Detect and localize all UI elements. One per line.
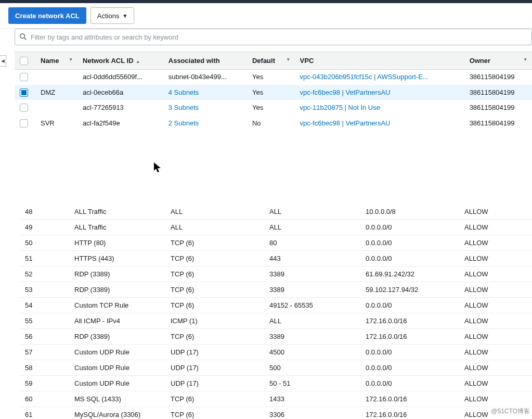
mouse-cursor-icon xyxy=(153,161,163,177)
search-icon xyxy=(19,33,27,42)
row-checkbox[interactable] xyxy=(20,119,28,128)
cell-rule-number: 56 xyxy=(20,328,69,344)
cell-protocol: TCP (6) xyxy=(165,250,264,266)
vpc-link[interactable]: vpc-fc6bec98 | VetPartnersAU xyxy=(300,119,391,127)
rule-row: 48ALL TrafficALLALL10.0.0.0/8ALLOW xyxy=(20,204,532,220)
cell-rule-type: ALL Traffic xyxy=(69,219,165,235)
cell-rule-number: 50 xyxy=(20,235,69,250)
cell-acl-id: acl-0eceb66a xyxy=(77,85,163,100)
cell-protocol: UDP (17) xyxy=(165,360,264,375)
cell-rule-number: 48 xyxy=(20,204,69,220)
table-row[interactable]: acl-772659133 SubnetsYesvpc-11b20875 | N… xyxy=(15,100,532,116)
cell-rule-number: 52 xyxy=(20,266,69,282)
cell-rule-type: MySQL/Aurora (3306) xyxy=(69,407,165,419)
cell-protocol: UDP (17) xyxy=(165,344,264,360)
cell-name: SVR xyxy=(35,116,77,131)
cell-protocol: TCP (6) xyxy=(165,282,264,297)
associated-subnets-link[interactable]: 3 Subnets xyxy=(168,104,199,111)
cell-acl-id: acl-fa2f549e xyxy=(77,116,163,131)
cell-rule-type: Custom UDP Rule xyxy=(69,360,165,375)
vpc-link[interactable]: vpc-fc6bec98 | VetPartnersAU xyxy=(300,88,391,96)
cell-allow-deny: ALLOW xyxy=(459,328,532,344)
cell-allow-deny: ALLOW xyxy=(459,297,532,313)
filter-searchbar[interactable] xyxy=(15,29,532,45)
cell-allow-deny: ALLOW xyxy=(459,344,532,360)
cell-rule-number: 55 xyxy=(20,313,69,328)
cell-port-range: 500 xyxy=(264,360,360,375)
cell-associated: 2 Subnets xyxy=(163,116,247,131)
col-header-acl-id[interactable]: Network ACL ID▴ xyxy=(77,52,163,70)
rule-row: 50HTTP (80)TCP (6)800.0.0.0/0ALLOW xyxy=(20,235,532,250)
cell-allow-deny: ALLOW xyxy=(459,219,532,235)
cell-rule-type: All ICMP - IPv4 xyxy=(69,313,165,328)
associated-subnets-link[interactable]: 4 Subnets xyxy=(168,88,199,96)
filter-input[interactable] xyxy=(31,33,527,41)
cell-acl-id: acl-77265913 xyxy=(77,100,163,116)
cell-source: 0.0.0.0/0 xyxy=(360,360,459,375)
vpc-link[interactable]: vpc-043b206b951fcf15c | AWSSupport-E... xyxy=(300,73,429,81)
cell-rule-number: 60 xyxy=(20,391,69,407)
col-header-owner[interactable]: Owner▾ xyxy=(464,52,532,70)
cell-rule-number: 58 xyxy=(20,360,69,375)
cell-source: 0.0.0.0/0 xyxy=(360,250,459,266)
actions-dropdown-button[interactable]: Actions ▼ xyxy=(90,7,135,24)
rules-table: 48ALL TrafficALLALL10.0.0.0/8ALLOW49ALL … xyxy=(20,204,532,419)
watermark: @51CTO博客 xyxy=(491,407,530,416)
row-checkbox[interactable] xyxy=(20,88,28,97)
cell-rule-type: MS SQL (1433) xyxy=(69,391,165,407)
cell-port-range: ALL xyxy=(264,204,360,220)
svg-point-0 xyxy=(20,33,25,38)
cell-rule-type: RDP (3389) xyxy=(69,328,165,344)
cell-default: Yes xyxy=(247,85,295,100)
rule-row: 53RDP (3389)TCP (6)338959.102.127.94/32A… xyxy=(20,282,532,297)
cell-source: 172.16.0.0/16 xyxy=(360,313,459,328)
toolbar: Create network ACL Actions ▼ xyxy=(0,3,532,29)
cell-port-range: 3389 xyxy=(264,266,360,282)
col-header-vpc[interactable]: VPC xyxy=(295,52,464,70)
cell-source: 10.0.0.0/8 xyxy=(360,204,459,220)
cell-vpc: vpc-11b20875 | Not In Use xyxy=(295,100,464,116)
cell-source: 172.16.0.0/16 xyxy=(360,328,459,344)
associated-subnets-link[interactable]: 2 Subnets xyxy=(168,119,199,127)
rule-row: 51HTTPS (443)TCP (6)4430.0.0.0/0ALLOW xyxy=(20,250,532,266)
cell-rule-type: Custom UDP Rule xyxy=(69,375,165,391)
cell-protocol: TCP (6) xyxy=(165,391,264,407)
cell-vpc: vpc-043b206b951fcf15c | AWSSupport-E... xyxy=(295,69,464,85)
cell-protocol: UDP (17) xyxy=(165,375,264,391)
cell-rule-number: 61 xyxy=(20,407,69,419)
rule-row: 56RDP (3389)TCP (6)3389172.16.0.0/16ALLO… xyxy=(20,328,532,344)
table-row[interactable]: acl-0dd6dd55609f...subnet-0b43e499...Yes… xyxy=(15,69,532,85)
cell-name: DMZ xyxy=(35,85,77,100)
cell-port-range: 3306 xyxy=(264,407,360,419)
create-network-acl-button[interactable]: Create network ACL xyxy=(8,7,86,24)
col-header-associated[interactable]: Associated with xyxy=(163,52,247,70)
table-row[interactable]: SVRacl-fa2f549e2 SubnetsNovpc-fc6bec98 |… xyxy=(15,116,532,131)
cell-protocol: ALL xyxy=(165,219,264,235)
chevron-down-icon: ▼ xyxy=(122,13,127,19)
cell-port-range: 4500 xyxy=(264,344,360,360)
sidebar-expand-handle[interactable]: ◀ xyxy=(0,55,6,67)
rule-row: 61MySQL/Aurora (3306)TCP (6)3306172.16.0… xyxy=(20,407,532,419)
cell-rule-number: 49 xyxy=(20,219,69,235)
col-header-default[interactable]: Default▾ xyxy=(247,52,295,70)
cell-allow-deny: ALLOW xyxy=(459,250,532,266)
cell-allow-deny: ALLOW xyxy=(459,313,532,328)
cell-port-range: 3389 xyxy=(264,282,360,297)
cell-source: 0.0.0.0/0 xyxy=(360,297,459,313)
select-all-checkbox[interactable] xyxy=(20,57,28,65)
cell-associated: 4 Subnets xyxy=(163,85,247,100)
row-checkbox[interactable] xyxy=(20,104,28,112)
rule-row: 54Custom TCP RuleTCP (6)49152 - 655350.0… xyxy=(20,297,532,313)
cell-allow-deny: ALLOW xyxy=(459,282,532,297)
table-row[interactable]: DMZacl-0eceb66a4 SubnetsYesvpc-fc6bec98 … xyxy=(15,85,532,100)
row-checkbox[interactable] xyxy=(20,73,28,81)
cell-protocol: TCP (6) xyxy=(165,297,264,313)
rule-row: 57Custom UDP RuleUDP (17)45000.0.0.0/0AL… xyxy=(20,344,532,360)
cell-rule-number: 54 xyxy=(20,297,69,313)
cell-rule-number: 51 xyxy=(20,250,69,266)
cell-source: 0.0.0.0/0 xyxy=(360,235,459,250)
col-header-name[interactable]: Name▾ xyxy=(35,52,77,70)
cell-owner: 386115804199 xyxy=(464,116,532,131)
vpc-link[interactable]: vpc-11b20875 | Not In Use xyxy=(300,104,380,111)
cell-rule-type: Custom TCP Rule xyxy=(69,297,165,313)
